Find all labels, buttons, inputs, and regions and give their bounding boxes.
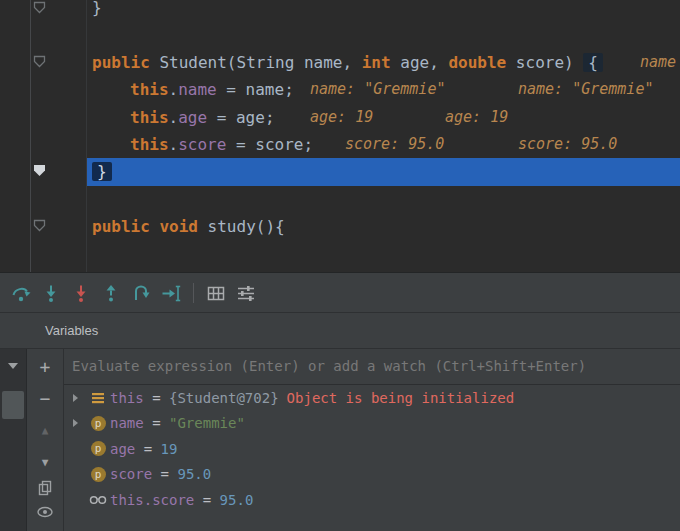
- equals-sign: =: [194, 492, 219, 508]
- debug-body: + − ▲ ▼ Evaluate expression (Enter) or a…: [0, 349, 680, 531]
- run-to-cursor-button[interactable]: [156, 280, 186, 306]
- field-age: age: [178, 108, 207, 127]
- code-text: = age;: [207, 108, 274, 127]
- variable-row-this[interactable]: this = {Student@702}Object is being init…: [64, 385, 680, 411]
- move-down-button[interactable]: ▼: [35, 452, 55, 472]
- run-to-cursor-icon: [160, 283, 182, 303]
- code-line-assign-age: this.age = age;age: 19age: 19: [0, 104, 680, 131]
- step-out-button[interactable]: [96, 280, 126, 306]
- show-button[interactable]: [35, 502, 55, 522]
- code-text: .: [169, 135, 179, 154]
- expand-chevron-icon[interactable]: [64, 394, 86, 402]
- editor-gutter: [0, 0, 87, 272]
- force-step-into-button[interactable]: [66, 280, 96, 306]
- expand-chevron-icon[interactable]: [64, 419, 86, 427]
- move-up-button[interactable]: ▲: [35, 420, 55, 440]
- keyword-this: this: [130, 135, 169, 154]
- code-line-assign-score: this.score = score;score: 95.0score: 95.…: [0, 131, 680, 158]
- keyword-this: this: [130, 108, 169, 127]
- debug-stepping-toolbar: [0, 272, 680, 313]
- code-text: .: [169, 108, 179, 127]
- inline-hint: name: [640, 49, 676, 76]
- variables-tree: Evaluate expression (Enter) or add a wat…: [64, 349, 680, 531]
- code-line-assign-name: this.name = name;name: "Gremmie"name: "G…: [0, 76, 680, 103]
- code-line-study: public void study(){: [0, 213, 680, 240]
- remove-watch-button[interactable]: −: [35, 388, 55, 408]
- duplicate-button[interactable]: [35, 478, 55, 498]
- variable-row-name[interactable]: p name = "Gremmie": [64, 411, 680, 437]
- force-step-into-icon: [70, 283, 92, 303]
- variable-name: age: [110, 441, 135, 457]
- execution-point-icon[interactable]: [33, 164, 46, 177]
- chevron-down-icon[interactable]: [8, 363, 18, 369]
- keyword: double: [448, 53, 506, 72]
- variable-name: name: [110, 415, 144, 431]
- variable-value: 95.0: [177, 466, 211, 482]
- code-text: age,: [391, 53, 449, 72]
- settings-filter-button[interactable]: [231, 280, 261, 306]
- gutter-guide-line: [30, 0, 31, 272]
- step-over-button[interactable]: [6, 280, 36, 306]
- parameter-icon: p: [86, 416, 110, 431]
- keyword-this: this: [130, 80, 169, 99]
- inline-hint: score: 95.0: [518, 131, 617, 158]
- tab-variables[interactable]: Variables: [45, 323, 98, 338]
- variable-name: this: [110, 390, 144, 406]
- variable-row-age[interactable]: p age = 19: [64, 436, 680, 462]
- step-over-icon: [10, 283, 32, 303]
- code-text: study(){: [208, 217, 285, 236]
- parameter-icon: p: [86, 441, 110, 456]
- inline-hint: age: 19: [310, 104, 373, 131]
- equals-sign: =: [144, 415, 169, 431]
- gutter-arrow-icon[interactable]: [33, 55, 46, 68]
- variable-value: {Student@702}: [169, 390, 279, 406]
- drop-frame-button[interactable]: [126, 280, 156, 306]
- equals-sign: =: [135, 441, 160, 457]
- code-editor[interactable]: } public Student(String name, int age, d…: [0, 0, 680, 272]
- copy-icon: [37, 480, 53, 496]
- code-text: score): [506, 53, 583, 72]
- inline-hint: age: 19: [445, 104, 508, 131]
- restore-layout-button[interactable]: [201, 280, 231, 306]
- eye-icon: [36, 505, 54, 519]
- code-text: .: [169, 80, 179, 99]
- parameter-icon: p: [86, 467, 110, 482]
- evaluate-expression-input[interactable]: Evaluate expression (Enter) or add a wat…: [64, 349, 680, 385]
- code-text: = name;: [217, 80, 294, 99]
- brace-highlight: {: [583, 53, 603, 72]
- grid-icon: [205, 283, 227, 303]
- field-name: name: [178, 80, 217, 99]
- execution-line: }: [0, 158, 680, 185]
- equals-sign: =: [152, 466, 177, 482]
- code-text: }: [92, 0, 102, 17]
- object-icon: [86, 392, 110, 404]
- status-note: Object is being initialized: [287, 390, 515, 406]
- step-into-button[interactable]: [36, 280, 66, 306]
- watch-glasses-icon: [86, 494, 110, 506]
- watch-name: this.score: [110, 492, 194, 508]
- watch-value: 95.0: [220, 492, 254, 508]
- selected-tool-block[interactable]: [2, 391, 24, 419]
- variable-row-score[interactable]: p score = 95.0: [64, 462, 680, 488]
- editor-lines: } public Student(String name, int age, d…: [0, 0, 680, 241]
- inline-hint: score: 95.0: [345, 131, 444, 158]
- debug-tab-row: Variables: [0, 313, 680, 349]
- debug-panel: Variables + − ▲ ▼ Evaluate expression (E…: [0, 272, 680, 531]
- side-strip: [0, 349, 27, 531]
- watch-buttons-column: + − ▲ ▼: [27, 349, 64, 531]
- code-line-constructor: public Student(String name, int age, dou…: [0, 49, 680, 76]
- code-line-blank: [0, 186, 680, 213]
- inline-hint: name: "Gremmie": [310, 76, 445, 103]
- variable-name: score: [110, 466, 152, 482]
- variable-value: 19: [161, 441, 178, 457]
- step-into-icon: [40, 283, 62, 303]
- code-line: }: [0, 0, 680, 21]
- execution-point-brace: }: [92, 162, 112, 181]
- keyword: int: [362, 53, 391, 72]
- watch-row-this-score[interactable]: this.score = 95.0: [64, 487, 680, 513]
- field-score: score: [178, 135, 226, 154]
- add-watch-button[interactable]: +: [35, 356, 55, 376]
- variable-value: "Gremmie": [169, 415, 245, 431]
- gutter-arrow-icon[interactable]: [33, 219, 46, 232]
- gutter-arrow-icon[interactable]: [33, 1, 46, 14]
